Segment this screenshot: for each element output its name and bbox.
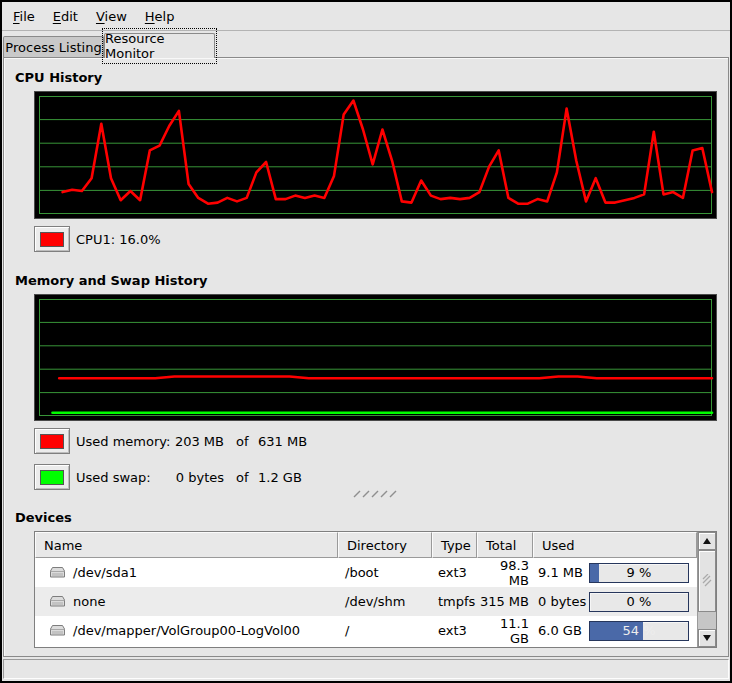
scrollbar-thumb[interactable] [698, 550, 716, 612]
device-used: 6.0 GB [533, 623, 589, 638]
devices-title: Devices [15, 510, 72, 525]
devices-table-header: Name Directory Type Total Used [35, 532, 697, 558]
usage-percent-label: 0 % [590, 593, 688, 611]
up-arrow-icon [703, 538, 711, 544]
resource-monitor-page: CPU History CPU1: 16.0% Memory and Swap … [3, 57, 729, 657]
scrollbar-track[interactable] [698, 612, 716, 629]
device-usage-bar: 0 % [589, 592, 689, 612]
cpu1-legend-label: CPU1: 16.0% [76, 232, 161, 247]
device-usage-bar: 54 % [589, 621, 689, 641]
device-row-none[interactable]: none /dev/shm tmpfs 315 MB 0 bytes 0 % [35, 587, 697, 616]
tab-process-listing[interactable]: Process Listing [3, 36, 104, 58]
menu-help[interactable]: Help [136, 4, 184, 29]
drive-icon [49, 595, 66, 608]
menu-file[interactable]: File [4, 4, 44, 29]
thumb-grip-icon [702, 574, 712, 588]
cpu1-color-swatch [34, 226, 70, 252]
device-name: /dev/sda1 [73, 565, 137, 580]
tab-resource-monitor[interactable]: Resource Monitor [104, 33, 215, 58]
device-directory: /boot [338, 565, 432, 580]
tab-process-listing-label: Process Listing [5, 40, 101, 55]
memory-swap-graph [34, 294, 717, 421]
device-row-logvol00[interactable]: /dev/mapper/VolGroup00-LogVol00 / ext3 1… [35, 616, 697, 645]
pane-resize-grip[interactable] [353, 489, 399, 499]
drive-icon [49, 566, 66, 579]
used-swap-of: of [236, 470, 249, 485]
tab-strip: Process Listing Resource Monitor [2, 32, 730, 58]
cpu-history-title: CPU History [15, 70, 102, 85]
used-memory-total: 631 MB [258, 434, 307, 449]
device-used: 0 bytes [533, 594, 589, 609]
menubar: File Edit View Help [2, 2, 730, 31]
column-header-used[interactable]: Used [533, 532, 697, 558]
scroll-up-button[interactable] [698, 532, 716, 550]
status-bar [3, 659, 729, 679]
column-header-directory[interactable]: Directory [338, 532, 432, 558]
column-header-name[interactable]: Name [35, 532, 338, 558]
down-arrow-icon [703, 635, 711, 641]
device-type: ext3 [432, 565, 477, 580]
tab-resource-monitor-label: Resource Monitor [105, 31, 214, 61]
device-type: ext3 [432, 623, 477, 638]
used-swap-total: 1.2 GB [258, 470, 302, 485]
cpu1-color [40, 232, 64, 247]
drive-icon [49, 624, 66, 637]
device-type: tmpfs [432, 594, 477, 609]
usage-percent-label: 54 % [590, 622, 688, 640]
device-total: 98.3 MB [477, 558, 533, 588]
device-used: 9.1 MB [533, 565, 589, 580]
usage-percent-label: 9 % [590, 564, 688, 582]
device-row-sda1[interactable]: /dev/sda1 /boot ext3 98.3 MB 9.1 MB 9 % [35, 558, 697, 587]
used-swap-color [40, 470, 64, 485]
scroll-down-button[interactable] [698, 629, 716, 647]
memory-swap-title: Memory and Swap History [15, 273, 208, 288]
menu-edit[interactable]: Edit [44, 4, 87, 29]
system-monitor-window: File Edit View Help Process Listing Reso… [0, 0, 732, 683]
used-memory-color [40, 434, 64, 449]
devices-table: Name Directory Type Total Used /dev/sda1 [34, 531, 717, 648]
cpu-history-graph [34, 91, 717, 219]
vertical-scrollbar[interactable] [697, 532, 716, 647]
menu-view[interactable]: View [87, 4, 136, 29]
used-swap-color-swatch [34, 464, 70, 490]
used-memory-value: 203 MB [134, 434, 224, 449]
device-directory: /dev/shm [338, 594, 432, 609]
device-name: none [73, 594, 105, 609]
used-memory-of: of [236, 434, 249, 449]
used-memory-color-swatch [34, 428, 70, 454]
device-total: 315 MB [477, 594, 533, 609]
device-name: /dev/mapper/VolGroup00-LogVol00 [73, 623, 300, 638]
column-header-total[interactable]: Total [477, 532, 533, 558]
device-directory: / [338, 623, 432, 638]
used-swap-value: 0 bytes [134, 470, 224, 485]
device-total: 11.1 GB [477, 616, 533, 646]
device-usage-bar: 9 % [589, 563, 689, 583]
column-header-type[interactable]: Type [432, 532, 477, 558]
